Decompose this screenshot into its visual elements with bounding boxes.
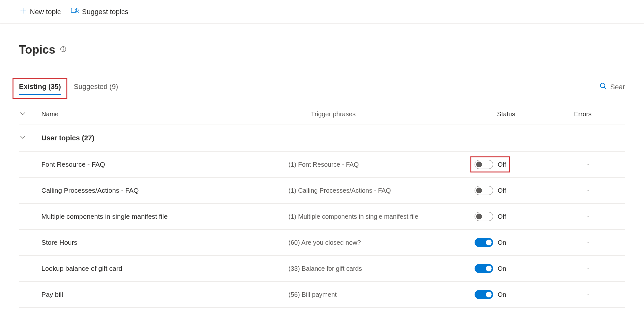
suggest-topics-button[interactable]: Suggest topics <box>71 7 128 17</box>
row-errors: - <box>552 213 625 220</box>
toggle-knob <box>476 188 482 193</box>
row-status: On <box>475 264 552 273</box>
highlight-box: Off <box>470 156 510 172</box>
svg-rect-2 <box>71 8 76 13</box>
search-input[interactable]: Sear <box>599 82 625 94</box>
svg-line-4 <box>78 12 79 13</box>
column-header-name[interactable]: Name <box>41 110 311 118</box>
svg-point-8 <box>600 83 605 88</box>
row-status: On <box>475 238 552 247</box>
row-trigger: (1) Calling Processes/Actions - FAQ <box>288 187 475 194</box>
toggle-knob <box>486 266 492 271</box>
toggle-knob <box>486 292 492 297</box>
svg-line-9 <box>604 87 606 89</box>
group-user-topics[interactable]: User topics (27) <box>19 125 625 152</box>
row-name: Store Hours <box>41 239 288 246</box>
toolbar: New topic Suggest topics <box>0 0 644 24</box>
suggest-topics-label: Suggest topics <box>82 8 128 16</box>
suggest-icon <box>71 7 79 17</box>
row-errors: - <box>552 265 625 272</box>
tab-existing-label: Existing (35) <box>19 83 61 91</box>
row-trigger: (1) Font Resource - FAQ <box>288 161 475 168</box>
status-toggle[interactable] <box>475 186 493 195</box>
tabs: Existing (35) Suggested (9) <box>19 83 118 94</box>
row-errors: - <box>552 187 625 194</box>
row-name: Font Resource - FAQ <box>41 161 288 168</box>
toggle-knob <box>476 214 482 219</box>
status-label: On <box>498 239 506 246</box>
row-trigger: (1) Multiple components in single manife… <box>288 213 475 220</box>
search-placeholder: Sear <box>610 83 625 91</box>
row-status: Off <box>475 186 552 195</box>
toggle-knob <box>486 240 492 245</box>
row-name: Lookup balance of gift card <box>41 265 288 272</box>
row-errors: - <box>552 239 625 246</box>
svg-point-7 <box>63 47 64 48</box>
expand-all-chevron[interactable] <box>19 110 41 119</box>
column-header-errors[interactable]: Errors <box>574 110 625 118</box>
group-label: User topics (27) <box>41 134 94 142</box>
row-status: On <box>475 290 552 299</box>
tab-existing[interactable]: Existing (35) <box>19 83 61 94</box>
row-name: Pay bill <box>41 291 288 298</box>
topics-table: Name Trigger phrases Status Errors User … <box>19 104 625 308</box>
table-row[interactable]: Multiple components in single manifest f… <box>19 204 625 230</box>
row-name: Multiple components in single manifest f… <box>41 213 288 220</box>
svg-point-3 <box>75 9 78 12</box>
row-trigger: (33) Balance for gift cards <box>288 265 475 272</box>
table-row[interactable]: Lookup balance of gift card(33) Balance … <box>19 256 625 282</box>
column-header-trigger[interactable]: Trigger phrases <box>311 110 497 118</box>
status-toggle[interactable] <box>475 212 493 221</box>
row-trigger: (60) Are you closed now? <box>288 239 475 246</box>
row-errors: - <box>552 291 625 298</box>
chevron-down-icon <box>19 133 27 143</box>
row-status: Off <box>475 160 552 169</box>
tab-suggested-label: Suggested (9) <box>74 83 118 91</box>
status-toggle[interactable] <box>475 290 493 299</box>
row-status: Off <box>475 212 552 221</box>
row-name: Calling Processes/Actions - FAQ <box>41 187 288 194</box>
content-area: Topics Existing (35) Suggested (9) Sear <box>0 24 644 308</box>
column-header-status[interactable]: Status <box>497 110 574 118</box>
tab-suggested[interactable]: Suggested (9) <box>74 83 118 94</box>
status-label: Off <box>498 161 506 168</box>
page-title-row: Topics <box>19 43 625 57</box>
status-label: Off <box>498 187 506 194</box>
page-title: Topics <box>19 43 55 57</box>
status-label: On <box>498 265 506 272</box>
status-label: Off <box>498 213 506 220</box>
plus-icon <box>20 7 27 16</box>
new-topic-button[interactable]: New topic <box>20 7 61 16</box>
status-toggle[interactable] <box>475 264 493 273</box>
table-header: Name Trigger phrases Status Errors <box>19 104 625 125</box>
chevron-down-icon <box>19 110 27 119</box>
status-label: On <box>498 291 506 298</box>
table-row[interactable]: Calling Processes/Actions - FAQ(1) Calli… <box>19 178 625 204</box>
new-topic-label: New topic <box>30 8 61 16</box>
tabs-row: Existing (35) Suggested (9) Sear <box>19 82 625 94</box>
info-icon[interactable] <box>60 46 67 54</box>
table-row[interactable]: Store Hours(60) Are you closed now?On- <box>19 230 625 256</box>
status-toggle[interactable] <box>475 160 493 169</box>
table-row[interactable]: Pay bill(56) Bill paymentOn- <box>19 282 625 308</box>
search-icon <box>599 82 607 92</box>
status-toggle[interactable] <box>475 238 493 247</box>
toggle-knob <box>476 162 482 167</box>
row-errors: - <box>552 161 625 168</box>
table-row[interactable]: Font Resource - FAQ(1) Font Resource - F… <box>19 152 625 178</box>
row-trigger: (56) Bill payment <box>288 291 475 298</box>
